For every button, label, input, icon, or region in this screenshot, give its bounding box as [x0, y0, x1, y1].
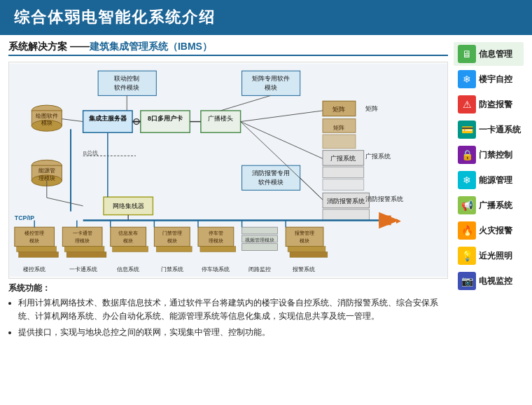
svg-text:集成主服务器: 集成主服务器 [89, 114, 127, 122]
svg-text:视频管理模块: 视频管理模块 [245, 238, 274, 243]
svg-text:网络集线器: 网络集线器 [113, 202, 144, 210]
svg-text:模块: 模块 [167, 238, 177, 244]
svg-text:▶: ▶ [396, 217, 401, 224]
svg-text:消防报警专用: 消防报警专用 [252, 170, 290, 177]
sidebar-item-info-mgmt-label: 信息管理 [479, 48, 512, 60]
functions-title: 系统功能： [8, 282, 448, 295]
svg-text:能源管: 能源管 [38, 167, 55, 174]
sidebar-item-access-ctrl[interactable]: 🔒 门禁控制 [454, 143, 524, 167]
sidebar-item-lighting-label: 近光照明 [479, 250, 512, 262]
svg-text:模块: 模块 [123, 238, 133, 244]
svg-text:模块: 模块 [300, 238, 309, 244]
sidebar-item-broadcast-label: 广播系统 [479, 200, 512, 212]
svg-text:绘图软件: 绘图软件 [36, 113, 58, 119]
one-card-icon: 💳 [458, 121, 476, 139]
svg-text:8口多用户卡: 8口多用户卡 [148, 114, 183, 122]
svg-rect-85 [290, 252, 328, 257]
svg-text:广报系统: 广报系统 [330, 155, 356, 162]
sidebar-item-bldg-auto[interactable]: ❄ 楼宇自控 [454, 67, 524, 91]
svg-rect-40 [323, 210, 370, 221]
svg-text:模块: 模块 [41, 120, 52, 126]
svg-text:矩阵: 矩阵 [332, 106, 345, 113]
sidebar-item-fire-alarm[interactable]: 🔥 火灾报警 [454, 219, 524, 242]
sidebar-item-access-ctrl-label: 门禁控制 [479, 149, 512, 161]
svg-text:楼控系统: 楼控系统 [23, 266, 46, 273]
svg-text:一卡通系统: 一卡通系统 [69, 266, 97, 273]
svg-rect-84 [288, 247, 326, 252]
svg-rect-68 [113, 247, 148, 252]
svg-rect-76 [200, 247, 236, 252]
sidebar-item-one-card[interactable]: 💳 一卡通系统 [454, 118, 524, 142]
svg-text:广播楼头: 广播楼头 [208, 115, 233, 122]
lighting-icon: 💡 [458, 247, 476, 265]
svg-text:信息发布: 信息发布 [118, 230, 138, 236]
sidebar-item-bldg-auto-label: 楼宇自控 [479, 74, 512, 85]
svg-text:模块: 模块 [29, 238, 39, 244]
svg-text:消防报警系统: 消防报警系统 [327, 198, 365, 205]
svg-text:联动控制: 联动控制 [114, 75, 139, 82]
fire-alarm-icon: 🔥 [458, 221, 476, 240]
svg-rect-63 [64, 247, 104, 252]
bldg-auto-icon: ❄ [458, 70, 476, 88]
svg-rect-59 [19, 252, 59, 257]
svg-text:理模块: 理模块 [38, 175, 55, 181]
sidebar-item-fire-alarm-label: 火灾报警 [479, 225, 512, 237]
anti-theft-icon: ⚠ [458, 95, 476, 114]
sidebar-item-lighting[interactable]: 💡 近光照明 [454, 244, 524, 268]
sidebar-item-one-card-label: 一卡通系统 [479, 124, 521, 136]
left-panel: 系统解决方案 ——建筑集成管理系统（IBMS） [8, 41, 448, 399]
svg-text:门禁管理: 门禁管理 [162, 230, 182, 236]
svg-rect-37 [323, 179, 364, 191]
broadcast-icon: 📢 [458, 196, 476, 214]
sidebar-item-tv-monitor[interactable]: 📷 电视监控 [454, 269, 524, 293]
function-item-2: 提供接口，实现与地块总控之间的联网，实现集中管理、控制功能。 [18, 326, 448, 339]
info-mgmt-icon: 🖥 [458, 45, 476, 63]
svg-text:门禁系统: 门禁系统 [161, 266, 183, 273]
svg-text:信息系统: 信息系统 [117, 266, 139, 273]
svg-text:矩阵: 矩阵 [333, 125, 344, 131]
sidebar-item-energy-mgmt-label: 能源管理 [479, 174, 512, 186]
svg-text:广报系统: 广报系统 [365, 153, 391, 160]
svg-text:TCP/IP: TCP/IP [15, 214, 34, 221]
svg-text:一卡通管: 一卡通管 [73, 230, 92, 236]
svg-text:报警系统: 报警系统 [292, 266, 315, 273]
svg-text:B总线: B总线 [83, 150, 98, 156]
svg-rect-32 [323, 135, 356, 149]
svg-rect-36 [323, 167, 364, 178]
section-title: 系统解决方案 ——建筑集成管理系统（IBMS） [8, 41, 448, 56]
svg-rect-64 [66, 252, 106, 257]
functions-list: 利用计算机网络技术、数据库信息技术，通过软件平台将建筑内的楼宇设备自控系统、消防… [8, 296, 448, 339]
svg-text:软件模块: 软件模块 [114, 84, 139, 91]
functions-section: 系统功能： 利用计算机网络技术、数据库信息技术，通过软件平台将建筑内的楼宇设备自… [8, 282, 448, 341]
svg-rect-58 [17, 247, 57, 252]
system-diagram: 联动控制 软件模块 绘图软件 模块 集成主服务器 能源管 理模块 B总线 [8, 62, 448, 279]
diagram-svg: 联动控制 软件模块 绘图软件 模块 集成主服务器 能源管 理模块 B总线 [9, 62, 447, 278]
svg-text:矩阵: 矩阵 [365, 105, 378, 112]
svg-rect-79 [242, 244, 278, 251]
sidebar-item-broadcast[interactable]: 📢 广播系统 [454, 193, 524, 217]
svg-text:理模块: 理模块 [75, 238, 90, 244]
svg-text:停车场系统: 停车场系统 [202, 266, 230, 273]
sidebar-item-info-mgmt[interactable]: 🖥 信息管理 [454, 42, 524, 66]
svg-rect-53 [379, 216, 391, 226]
svg-text:停车管: 停车管 [209, 230, 223, 236]
svg-text:楼控管理: 楼控管理 [24, 230, 44, 236]
sidebar-item-tv-monitor-label: 电视监控 [479, 275, 512, 287]
main-content: 系统解决方案 ——建筑集成管理系统（IBMS） [0, 35, 532, 404]
svg-rect-72 [156, 247, 192, 252]
sidebar-item-energy-mgmt[interactable]: ❄ 能源管理 [454, 168, 524, 192]
svg-text:报警管理: 报警管理 [294, 230, 314, 236]
right-sidebar: 🖥 信息管理 ❄ 楼宇自控 ⚠ 防盗报警 💳 一卡通系统 🔒 门禁控制 ❄ 能源… [454, 41, 524, 399]
svg-rect-77 [242, 227, 278, 234]
sidebar-item-anti-theft[interactable]: ⚠ 防盗报警 [454, 92, 524, 116]
function-item-1: 利用计算机网络技术、数据库信息技术，通过软件平台将建筑内的楼宇设备自控系统、消防… [18, 296, 448, 323]
sidebar-item-anti-theft-label: 防盗报警 [479, 99, 512, 111]
svg-text:软件模块: 软件模块 [258, 179, 284, 186]
svg-text:闭路监控: 闭路监控 [248, 266, 271, 273]
header: 综合体弱电智能化系统介绍 [0, 0, 532, 35]
energy-mgmt-icon: ❄ [458, 171, 476, 189]
page-title: 综合体弱电智能化系统介绍 [14, 7, 216, 28]
svg-text:矩阵专用软件: 矩阵专用软件 [252, 75, 290, 82]
tv-monitor-icon: 📷 [458, 272, 476, 290]
svg-text:消防报警系统: 消防报警系统 [365, 195, 403, 202]
